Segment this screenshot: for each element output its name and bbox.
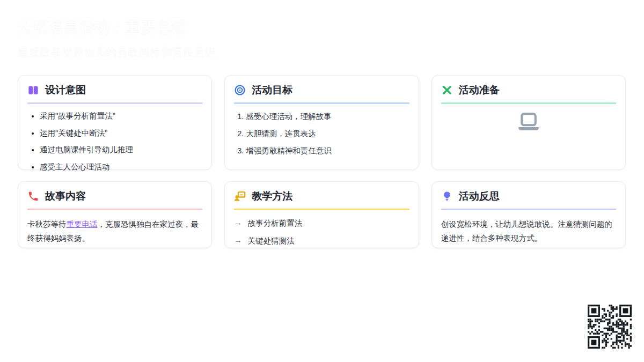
laptop-icon (441, 112, 616, 133)
qr-code-image (588, 305, 632, 349)
qr-code (588, 305, 632, 349)
teaching-methods-list: →故事分析前置法 →关键处猜测法 (234, 218, 409, 246)
card-preparation-header: 活动准备 (441, 82, 616, 104)
card-design-intent: 设计意图 采用"故事分析前置法" 运用"关键处中断法" 通过电脑课件引导幼儿推理… (18, 75, 212, 170)
card-story-header: 故事内容 (27, 188, 202, 210)
cards-grid: 设计意图 采用"故事分析前置法" 运用"关键处中断法" 通过电脑课件引导幼儿推理… (18, 75, 626, 248)
list-item: →故事分析前置法 (234, 218, 409, 228)
list-item: 采用"故事分析前置法" (40, 111, 202, 121)
list-item: 大胆猜测，连贯表达 (246, 129, 409, 139)
design-intent-list: 采用"故事分析前置法" 运用"关键处中断法" 通过电脑课件引导幼儿推理 感受主人… (27, 111, 202, 172)
card-design-header: 设计意图 (27, 82, 202, 104)
activity-goals-list: 感受心理活动，理解故事 大胆猜测，连贯表达 增强勇敢精神和责任意识 (234, 112, 409, 156)
open-book-icon (27, 84, 39, 96)
story-text-before: 卡秋莎等待 (27, 220, 67, 228)
phone-icon (27, 190, 39, 202)
card-activity-goals: 活动目标 感受心理活动，理解故事 大胆猜测，连贯表达 增强勇敢精神和责任意识 (224, 75, 419, 170)
card-activity-reflection: 活动反思 创设宽松环境，让幼儿想说敢说。注意猜测问题的递进性，结合多种表现方式。 (431, 181, 626, 248)
list-item: →关键处猜测法 (234, 236, 409, 246)
important-call-link[interactable]: 重要电话 (67, 220, 98, 228)
card-story-content: 故事内容 卡秋莎等待重要电话，克服恐惧独自在家过夜，最终获得妈妈表扬。 (18, 181, 212, 248)
lightbulb-icon (441, 190, 453, 202)
card-goals-header: 活动目标 (234, 82, 409, 104)
page-subtitle: 通过故事培养幼儿的勇敢精神和责任意识 (18, 45, 216, 60)
target-icon (234, 84, 246, 96)
reflection-text: 创设宽松环境，让幼儿想说敢说。注意猜测问题的递进性，结合多种表现方式。 (441, 217, 616, 245)
arrow-icon: → (234, 236, 242, 245)
list-item: 感受主人公心理活动 (40, 162, 202, 172)
card-title: 设计意图 (45, 83, 86, 97)
story-text: 卡秋莎等待重要电话，克服恐惧独自在家过夜，最终获得妈妈表扬。 (27, 217, 202, 245)
list-item: 增强勇敢精神和责任意识 (246, 146, 409, 156)
card-title: 教学方法 (252, 189, 292, 203)
page-title: 大班语言活动：重要电话 (18, 18, 216, 38)
card-title: 活动准备 (459, 83, 500, 97)
list-item: 感受心理活动，理解故事 (246, 112, 409, 122)
card-teaching-methods: 教学方法 →故事分析前置法 →关键处猜测法 (224, 181, 419, 248)
method-label: 关键处猜测法 (248, 236, 295, 246)
method-label: 故事分析前置法 (248, 218, 303, 228)
list-item: 运用"关键处中断法" (40, 128, 202, 138)
page-header: 大班语言活动：重要电话 通过故事培养幼儿的勇敢精神和责任意识 (18, 18, 216, 60)
list-item: 通过电脑课件引导幼儿推理 (40, 145, 202, 155)
card-title: 活动目标 (252, 83, 292, 97)
card-activity-preparation: 活动准备 (431, 75, 626, 170)
arrow-icon: → (234, 218, 242, 227)
card-title: 活动反思 (459, 189, 500, 203)
card-title: 故事内容 (45, 189, 86, 203)
card-methods-header: 教学方法 (234, 188, 409, 210)
tools-icon (441, 84, 453, 96)
teacher-icon (234, 190, 246, 202)
card-reflection-header: 活动反思 (441, 188, 616, 210)
